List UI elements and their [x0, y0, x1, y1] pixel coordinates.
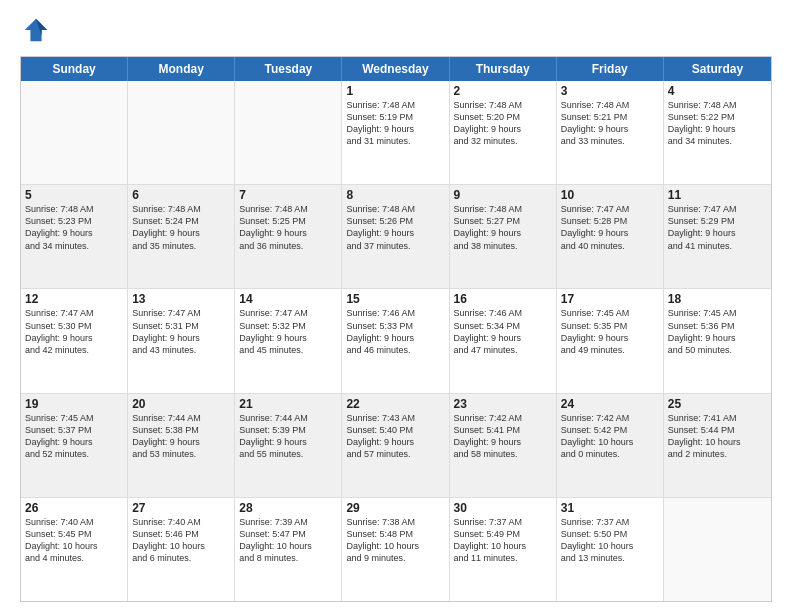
calendar-cell-r0-c6: 4Sunrise: 7:48 AM Sunset: 5:22 PM Daylig… [664, 81, 771, 184]
calendar-cell-r4-c5: 31Sunrise: 7:37 AM Sunset: 5:50 PM Dayli… [557, 498, 664, 601]
calendar-cell-r0-c1 [128, 81, 235, 184]
day-number: 7 [239, 188, 337, 202]
calendar-cell-r3-c4: 23Sunrise: 7:42 AM Sunset: 5:41 PM Dayli… [450, 394, 557, 497]
calendar-cell-r2-c2: 14Sunrise: 7:47 AM Sunset: 5:32 PM Dayli… [235, 289, 342, 392]
calendar-cell-r2-c5: 17Sunrise: 7:45 AM Sunset: 5:35 PM Dayli… [557, 289, 664, 392]
cell-info: Sunrise: 7:48 AM Sunset: 5:20 PM Dayligh… [454, 99, 552, 148]
calendar-cell-r3-c1: 20Sunrise: 7:44 AM Sunset: 5:38 PM Dayli… [128, 394, 235, 497]
cell-info: Sunrise: 7:48 AM Sunset: 5:21 PM Dayligh… [561, 99, 659, 148]
calendar-cell-r1-c2: 7Sunrise: 7:48 AM Sunset: 5:25 PM Daylig… [235, 185, 342, 288]
calendar-header-monday: Monday [128, 57, 235, 81]
cell-info: Sunrise: 7:37 AM Sunset: 5:49 PM Dayligh… [454, 516, 552, 565]
day-number: 25 [668, 397, 767, 411]
day-number: 10 [561, 188, 659, 202]
calendar-cell-r0-c3: 1Sunrise: 7:48 AM Sunset: 5:19 PM Daylig… [342, 81, 449, 184]
calendar-body: 1Sunrise: 7:48 AM Sunset: 5:19 PM Daylig… [21, 81, 771, 601]
calendar-header-thursday: Thursday [450, 57, 557, 81]
cell-info: Sunrise: 7:40 AM Sunset: 5:45 PM Dayligh… [25, 516, 123, 565]
calendar-cell-r2-c1: 13Sunrise: 7:47 AM Sunset: 5:31 PM Dayli… [128, 289, 235, 392]
calendar-cell-r1-c3: 8Sunrise: 7:48 AM Sunset: 5:26 PM Daylig… [342, 185, 449, 288]
day-number: 28 [239, 501, 337, 515]
day-number: 17 [561, 292, 659, 306]
calendar-header-tuesday: Tuesday [235, 57, 342, 81]
calendar-cell-r4-c2: 28Sunrise: 7:39 AM Sunset: 5:47 PM Dayli… [235, 498, 342, 601]
calendar-cell-r1-c1: 6Sunrise: 7:48 AM Sunset: 5:24 PM Daylig… [128, 185, 235, 288]
calendar-header-sunday: Sunday [21, 57, 128, 81]
calendar-cell-r0-c4: 2Sunrise: 7:48 AM Sunset: 5:20 PM Daylig… [450, 81, 557, 184]
cell-info: Sunrise: 7:46 AM Sunset: 5:33 PM Dayligh… [346, 307, 444, 356]
calendar-header: SundayMondayTuesdayWednesdayThursdayFrid… [21, 57, 771, 81]
calendar-cell-r3-c0: 19Sunrise: 7:45 AM Sunset: 5:37 PM Dayli… [21, 394, 128, 497]
cell-info: Sunrise: 7:48 AM Sunset: 5:24 PM Dayligh… [132, 203, 230, 252]
cell-info: Sunrise: 7:48 AM Sunset: 5:26 PM Dayligh… [346, 203, 444, 252]
cell-info: Sunrise: 7:45 AM Sunset: 5:36 PM Dayligh… [668, 307, 767, 356]
calendar-cell-r0-c5: 3Sunrise: 7:48 AM Sunset: 5:21 PM Daylig… [557, 81, 664, 184]
cell-info: Sunrise: 7:44 AM Sunset: 5:38 PM Dayligh… [132, 412, 230, 461]
day-number: 19 [25, 397, 123, 411]
day-number: 8 [346, 188, 444, 202]
day-number: 14 [239, 292, 337, 306]
calendar-cell-r3-c6: 25Sunrise: 7:41 AM Sunset: 5:44 PM Dayli… [664, 394, 771, 497]
calendar-header-wednesday: Wednesday [342, 57, 449, 81]
calendar-cell-r2-c0: 12Sunrise: 7:47 AM Sunset: 5:30 PM Dayli… [21, 289, 128, 392]
calendar-cell-r1-c6: 11Sunrise: 7:47 AM Sunset: 5:29 PM Dayli… [664, 185, 771, 288]
day-number: 11 [668, 188, 767, 202]
day-number: 6 [132, 188, 230, 202]
day-number: 22 [346, 397, 444, 411]
day-number: 1 [346, 84, 444, 98]
calendar-cell-r4-c6 [664, 498, 771, 601]
cell-info: Sunrise: 7:48 AM Sunset: 5:27 PM Dayligh… [454, 203, 552, 252]
cell-info: Sunrise: 7:45 AM Sunset: 5:37 PM Dayligh… [25, 412, 123, 461]
calendar-cell-r0-c2 [235, 81, 342, 184]
cell-info: Sunrise: 7:42 AM Sunset: 5:42 PM Dayligh… [561, 412, 659, 461]
calendar-cell-r3-c3: 22Sunrise: 7:43 AM Sunset: 5:40 PM Dayli… [342, 394, 449, 497]
calendar: SundayMondayTuesdayWednesdayThursdayFrid… [20, 56, 772, 602]
cell-info: Sunrise: 7:47 AM Sunset: 5:32 PM Dayligh… [239, 307, 337, 356]
cell-info: Sunrise: 7:47 AM Sunset: 5:31 PM Dayligh… [132, 307, 230, 356]
calendar-cell-r3-c2: 21Sunrise: 7:44 AM Sunset: 5:39 PM Dayli… [235, 394, 342, 497]
day-number: 12 [25, 292, 123, 306]
day-number: 2 [454, 84, 552, 98]
day-number: 20 [132, 397, 230, 411]
calendar-cell-r0-c0 [21, 81, 128, 184]
cell-info: Sunrise: 7:48 AM Sunset: 5:23 PM Dayligh… [25, 203, 123, 252]
calendar-row-2: 12Sunrise: 7:47 AM Sunset: 5:30 PM Dayli… [21, 288, 771, 392]
day-number: 15 [346, 292, 444, 306]
day-number: 5 [25, 188, 123, 202]
cell-info: Sunrise: 7:44 AM Sunset: 5:39 PM Dayligh… [239, 412, 337, 461]
calendar-header-saturday: Saturday [664, 57, 771, 81]
cell-info: Sunrise: 7:47 AM Sunset: 5:29 PM Dayligh… [668, 203, 767, 252]
calendar-cell-r2-c4: 16Sunrise: 7:46 AM Sunset: 5:34 PM Dayli… [450, 289, 557, 392]
cell-info: Sunrise: 7:45 AM Sunset: 5:35 PM Dayligh… [561, 307, 659, 356]
cell-info: Sunrise: 7:41 AM Sunset: 5:44 PM Dayligh… [668, 412, 767, 461]
cell-info: Sunrise: 7:47 AM Sunset: 5:30 PM Dayligh… [25, 307, 123, 356]
calendar-cell-r4-c0: 26Sunrise: 7:40 AM Sunset: 5:45 PM Dayli… [21, 498, 128, 601]
day-number: 18 [668, 292, 767, 306]
cell-info: Sunrise: 7:43 AM Sunset: 5:40 PM Dayligh… [346, 412, 444, 461]
day-number: 26 [25, 501, 123, 515]
day-number: 27 [132, 501, 230, 515]
calendar-header-friday: Friday [557, 57, 664, 81]
calendar-cell-r4-c1: 27Sunrise: 7:40 AM Sunset: 5:46 PM Dayli… [128, 498, 235, 601]
cell-info: Sunrise: 7:48 AM Sunset: 5:19 PM Dayligh… [346, 99, 444, 148]
calendar-cell-r4-c4: 30Sunrise: 7:37 AM Sunset: 5:49 PM Dayli… [450, 498, 557, 601]
calendar-row-0: 1Sunrise: 7:48 AM Sunset: 5:19 PM Daylig… [21, 81, 771, 184]
logo-icon [22, 16, 50, 44]
calendar-cell-r1-c5: 10Sunrise: 7:47 AM Sunset: 5:28 PM Dayli… [557, 185, 664, 288]
calendar-cell-r3-c5: 24Sunrise: 7:42 AM Sunset: 5:42 PM Dayli… [557, 394, 664, 497]
day-number: 31 [561, 501, 659, 515]
day-number: 29 [346, 501, 444, 515]
cell-info: Sunrise: 7:47 AM Sunset: 5:28 PM Dayligh… [561, 203, 659, 252]
calendar-row-3: 19Sunrise: 7:45 AM Sunset: 5:37 PM Dayli… [21, 393, 771, 497]
calendar-row-1: 5Sunrise: 7:48 AM Sunset: 5:23 PM Daylig… [21, 184, 771, 288]
day-number: 9 [454, 188, 552, 202]
cell-info: Sunrise: 7:42 AM Sunset: 5:41 PM Dayligh… [454, 412, 552, 461]
calendar-cell-r1-c0: 5Sunrise: 7:48 AM Sunset: 5:23 PM Daylig… [21, 185, 128, 288]
logo [20, 16, 50, 48]
calendar-row-4: 26Sunrise: 7:40 AM Sunset: 5:45 PM Dayli… [21, 497, 771, 601]
day-number: 30 [454, 501, 552, 515]
cell-info: Sunrise: 7:48 AM Sunset: 5:22 PM Dayligh… [668, 99, 767, 148]
cell-info: Sunrise: 7:38 AM Sunset: 5:48 PM Dayligh… [346, 516, 444, 565]
cell-info: Sunrise: 7:37 AM Sunset: 5:50 PM Dayligh… [561, 516, 659, 565]
day-number: 13 [132, 292, 230, 306]
